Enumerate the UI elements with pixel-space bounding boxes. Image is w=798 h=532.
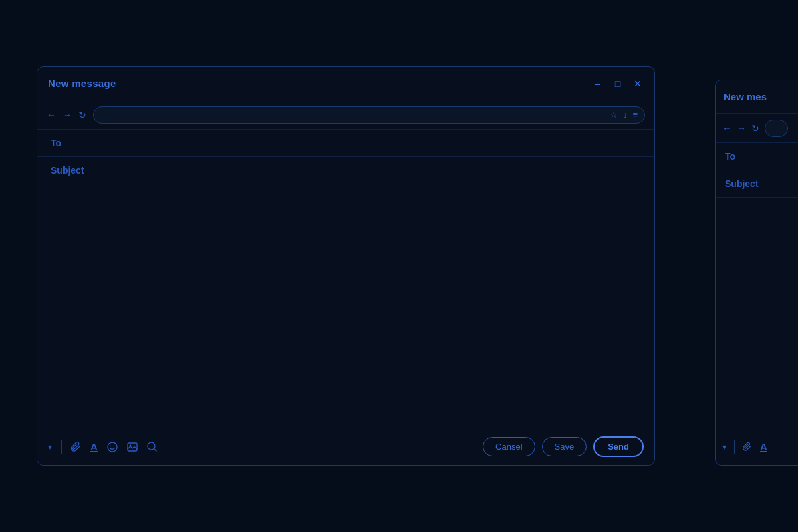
subject-field-row: Subject xyxy=(37,157,654,184)
text-format-button[interactable]: A xyxy=(86,438,102,455)
search-button[interactable] xyxy=(143,439,161,454)
svg-point-4 xyxy=(130,444,131,446)
download-icon: ↓ xyxy=(623,110,628,120)
back-button[interactable]: ← xyxy=(47,110,56,120)
toolbar-left: ▾ A xyxy=(48,438,161,455)
sec-subject-label: Subject xyxy=(725,178,759,189)
sec-forward-button[interactable]: → xyxy=(737,123,746,134)
svg-line-6 xyxy=(154,449,156,452)
window-title: New message xyxy=(48,78,116,89)
minimize-button[interactable]: – xyxy=(592,78,604,90)
send-button[interactable]: Send xyxy=(593,436,644,457)
compose-window-main: New message – □ ✕ ← → ↻ ☆ ↓ ≡ To Subject xyxy=(37,66,655,466)
maximize-button[interactable]: □ xyxy=(612,78,624,90)
text-format-icon: A xyxy=(90,441,98,452)
sec-to-field-row: To xyxy=(716,143,798,170)
save-button[interactable]: Save xyxy=(542,437,587,456)
image-button[interactable] xyxy=(123,440,142,454)
sec-fields-area: To Subject xyxy=(716,143,798,198)
body-area xyxy=(37,184,654,428)
sec-refresh-button[interactable]: ↻ xyxy=(751,123,759,134)
url-bar-icons: ☆ ↓ ≡ xyxy=(610,110,638,120)
body-textarea[interactable] xyxy=(51,192,641,420)
emoji-button[interactable] xyxy=(103,439,122,455)
close-button[interactable]: ✕ xyxy=(632,78,644,90)
attach-button[interactable] xyxy=(67,439,85,455)
url-bar: ☆ ↓ ≡ xyxy=(93,106,645,124)
svg-point-2 xyxy=(114,445,115,446)
toolbar-right: Cansel Save Send xyxy=(483,436,644,457)
window-controls: – □ ✕ xyxy=(592,78,644,90)
sec-subject-field-row: Subject xyxy=(716,170,798,198)
sec-body-area xyxy=(716,198,798,428)
sec-toolbar-divider xyxy=(734,440,735,454)
bottom-toolbar: ▾ A xyxy=(37,428,654,465)
svg-point-0 xyxy=(108,442,117,452)
subject-label: Subject xyxy=(51,165,90,176)
subject-input[interactable] xyxy=(97,165,641,176)
svg-point-1 xyxy=(110,445,112,446)
sec-title-bar: New mes xyxy=(716,80,798,114)
url-input[interactable] xyxy=(100,110,604,120)
forward-button[interactable]: → xyxy=(63,110,72,120)
sec-attach-button[interactable] xyxy=(739,439,756,454)
to-field-row: To xyxy=(37,130,654,157)
sec-to-label: To xyxy=(725,151,735,162)
sec-chevron-icon[interactable]: ▾ xyxy=(722,442,726,452)
sec-back-button[interactable]: ← xyxy=(722,123,732,134)
to-label: To xyxy=(51,138,90,148)
sec-url-bar-partial xyxy=(765,120,788,137)
menu-icon: ≡ xyxy=(632,110,638,120)
star-icon: ☆ xyxy=(610,110,618,120)
sec-bottom-toolbar: ▾ A xyxy=(716,428,798,465)
fields-area: To Subject xyxy=(37,130,654,184)
refresh-button[interactable]: ↻ xyxy=(78,110,86,120)
sec-text-format-icon: A xyxy=(760,441,767,452)
toolbar-divider xyxy=(61,440,62,454)
cancel-button[interactable]: Cansel xyxy=(483,437,535,456)
nav-bar: ← → ↻ ☆ ↓ ≡ xyxy=(37,100,654,130)
sec-nav-bar: ← → ↻ xyxy=(716,114,798,143)
to-input[interactable] xyxy=(97,138,641,148)
toolbar-chevron-icon[interactable]: ▾ xyxy=(48,442,52,452)
title-bar: New message – □ ✕ xyxy=(37,67,654,100)
sec-window-title: New mes xyxy=(724,91,767,102)
sec-text-format-button[interactable]: A xyxy=(756,438,771,455)
compose-window-secondary: New mes ← → ↻ To Subject ▾ A xyxy=(715,80,798,466)
